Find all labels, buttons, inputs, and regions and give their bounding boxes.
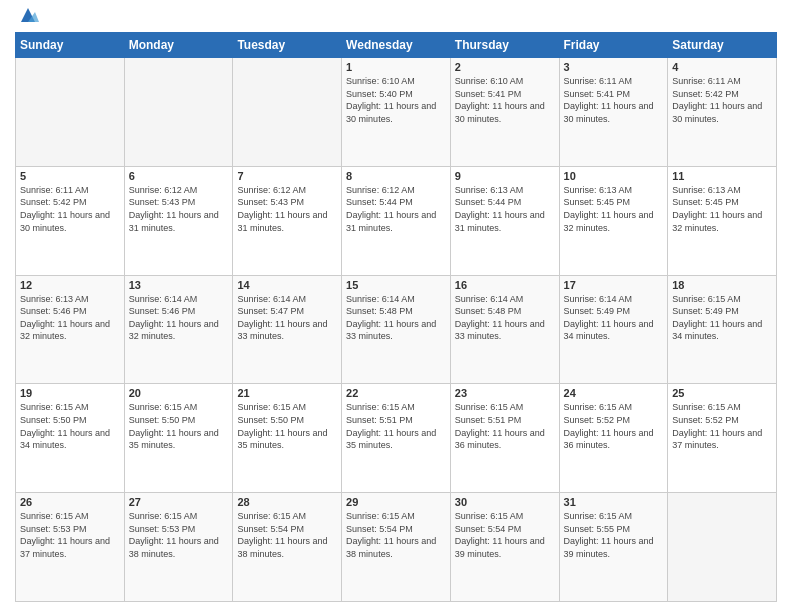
day-number: 13	[129, 279, 229, 291]
day-info: Sunrise: 6:14 AMSunset: 5:48 PMDaylight:…	[346, 293, 446, 343]
weekday-header-row: SundayMondayTuesdayWednesdayThursdayFrid…	[16, 33, 777, 58]
day-info: Sunrise: 6:15 AMSunset: 5:52 PMDaylight:…	[564, 401, 664, 451]
calendar-cell: 21Sunrise: 6:15 AMSunset: 5:50 PMDayligh…	[233, 384, 342, 493]
header	[15, 10, 777, 26]
calendar-cell: 11Sunrise: 6:13 AMSunset: 5:45 PMDayligh…	[668, 166, 777, 275]
calendar-cell: 22Sunrise: 6:15 AMSunset: 5:51 PMDayligh…	[342, 384, 451, 493]
calendar-table: SundayMondayTuesdayWednesdayThursdayFrid…	[15, 32, 777, 602]
day-number: 8	[346, 170, 446, 182]
calendar-cell: 3Sunrise: 6:11 AMSunset: 5:41 PMDaylight…	[559, 58, 668, 167]
calendar-cell: 17Sunrise: 6:14 AMSunset: 5:49 PMDayligh…	[559, 275, 668, 384]
day-info: Sunrise: 6:14 AMSunset: 5:48 PMDaylight:…	[455, 293, 555, 343]
day-info: Sunrise: 6:15 AMSunset: 5:54 PMDaylight:…	[346, 510, 446, 560]
day-number: 15	[346, 279, 446, 291]
day-info: Sunrise: 6:15 AMSunset: 5:53 PMDaylight:…	[20, 510, 120, 560]
calendar-cell: 10Sunrise: 6:13 AMSunset: 5:45 PMDayligh…	[559, 166, 668, 275]
calendar-cell: 25Sunrise: 6:15 AMSunset: 5:52 PMDayligh…	[668, 384, 777, 493]
day-number: 17	[564, 279, 664, 291]
day-number: 23	[455, 387, 555, 399]
day-info: Sunrise: 6:15 AMSunset: 5:51 PMDaylight:…	[455, 401, 555, 451]
calendar-cell	[16, 58, 125, 167]
calendar-cell: 16Sunrise: 6:14 AMSunset: 5:48 PMDayligh…	[450, 275, 559, 384]
calendar-cell: 9Sunrise: 6:13 AMSunset: 5:44 PMDaylight…	[450, 166, 559, 275]
day-number: 20	[129, 387, 229, 399]
calendar-cell	[668, 493, 777, 602]
calendar-cell: 6Sunrise: 6:12 AMSunset: 5:43 PMDaylight…	[124, 166, 233, 275]
day-info: Sunrise: 6:13 AMSunset: 5:46 PMDaylight:…	[20, 293, 120, 343]
day-info: Sunrise: 6:15 AMSunset: 5:53 PMDaylight:…	[129, 510, 229, 560]
day-number: 28	[237, 496, 337, 508]
day-info: Sunrise: 6:13 AMSunset: 5:44 PMDaylight:…	[455, 184, 555, 234]
day-number: 29	[346, 496, 446, 508]
day-info: Sunrise: 6:15 AMSunset: 5:52 PMDaylight:…	[672, 401, 772, 451]
week-row-2: 5Sunrise: 6:11 AMSunset: 5:42 PMDaylight…	[16, 166, 777, 275]
weekday-header-monday: Monday	[124, 33, 233, 58]
calendar-cell: 7Sunrise: 6:12 AMSunset: 5:43 PMDaylight…	[233, 166, 342, 275]
day-info: Sunrise: 6:12 AMSunset: 5:43 PMDaylight:…	[129, 184, 229, 234]
calendar-cell: 24Sunrise: 6:15 AMSunset: 5:52 PMDayligh…	[559, 384, 668, 493]
calendar-cell: 29Sunrise: 6:15 AMSunset: 5:54 PMDayligh…	[342, 493, 451, 602]
weekday-header-saturday: Saturday	[668, 33, 777, 58]
weekday-header-thursday: Thursday	[450, 33, 559, 58]
day-number: 11	[672, 170, 772, 182]
day-number: 9	[455, 170, 555, 182]
day-number: 27	[129, 496, 229, 508]
day-info: Sunrise: 6:14 AMSunset: 5:46 PMDaylight:…	[129, 293, 229, 343]
weekday-header-tuesday: Tuesday	[233, 33, 342, 58]
day-number: 4	[672, 61, 772, 73]
day-number: 26	[20, 496, 120, 508]
day-info: Sunrise: 6:15 AMSunset: 5:50 PMDaylight:…	[237, 401, 337, 451]
day-info: Sunrise: 6:14 AMSunset: 5:49 PMDaylight:…	[564, 293, 664, 343]
day-info: Sunrise: 6:15 AMSunset: 5:49 PMDaylight:…	[672, 293, 772, 343]
day-number: 10	[564, 170, 664, 182]
day-info: Sunrise: 6:11 AMSunset: 5:42 PMDaylight:…	[672, 75, 772, 125]
day-number: 30	[455, 496, 555, 508]
calendar-cell: 1Sunrise: 6:10 AMSunset: 5:40 PMDaylight…	[342, 58, 451, 167]
day-info: Sunrise: 6:10 AMSunset: 5:41 PMDaylight:…	[455, 75, 555, 125]
day-info: Sunrise: 6:11 AMSunset: 5:41 PMDaylight:…	[564, 75, 664, 125]
day-number: 2	[455, 61, 555, 73]
calendar-cell: 23Sunrise: 6:15 AMSunset: 5:51 PMDayligh…	[450, 384, 559, 493]
day-number: 12	[20, 279, 120, 291]
day-info: Sunrise: 6:15 AMSunset: 5:50 PMDaylight:…	[20, 401, 120, 451]
calendar-cell	[233, 58, 342, 167]
day-number: 25	[672, 387, 772, 399]
day-number: 21	[237, 387, 337, 399]
weekday-header-friday: Friday	[559, 33, 668, 58]
day-info: Sunrise: 6:14 AMSunset: 5:47 PMDaylight:…	[237, 293, 337, 343]
day-number: 3	[564, 61, 664, 73]
day-number: 24	[564, 387, 664, 399]
calendar-cell: 13Sunrise: 6:14 AMSunset: 5:46 PMDayligh…	[124, 275, 233, 384]
day-number: 19	[20, 387, 120, 399]
day-info: Sunrise: 6:13 AMSunset: 5:45 PMDaylight:…	[672, 184, 772, 234]
calendar-cell: 30Sunrise: 6:15 AMSunset: 5:54 PMDayligh…	[450, 493, 559, 602]
day-number: 7	[237, 170, 337, 182]
day-info: Sunrise: 6:12 AMSunset: 5:43 PMDaylight:…	[237, 184, 337, 234]
calendar-cell: 4Sunrise: 6:11 AMSunset: 5:42 PMDaylight…	[668, 58, 777, 167]
calendar-cell: 14Sunrise: 6:14 AMSunset: 5:47 PMDayligh…	[233, 275, 342, 384]
weekday-header-sunday: Sunday	[16, 33, 125, 58]
day-number: 1	[346, 61, 446, 73]
day-number: 16	[455, 279, 555, 291]
day-number: 18	[672, 279, 772, 291]
calendar-cell: 19Sunrise: 6:15 AMSunset: 5:50 PMDayligh…	[16, 384, 125, 493]
week-row-4: 19Sunrise: 6:15 AMSunset: 5:50 PMDayligh…	[16, 384, 777, 493]
day-number: 14	[237, 279, 337, 291]
day-info: Sunrise: 6:12 AMSunset: 5:44 PMDaylight:…	[346, 184, 446, 234]
calendar-cell: 12Sunrise: 6:13 AMSunset: 5:46 PMDayligh…	[16, 275, 125, 384]
day-info: Sunrise: 6:15 AMSunset: 5:54 PMDaylight:…	[455, 510, 555, 560]
calendar-cell: 8Sunrise: 6:12 AMSunset: 5:44 PMDaylight…	[342, 166, 451, 275]
day-info: Sunrise: 6:10 AMSunset: 5:40 PMDaylight:…	[346, 75, 446, 125]
day-number: 22	[346, 387, 446, 399]
calendar-cell: 28Sunrise: 6:15 AMSunset: 5:54 PMDayligh…	[233, 493, 342, 602]
week-row-1: 1Sunrise: 6:10 AMSunset: 5:40 PMDaylight…	[16, 58, 777, 167]
calendar-cell	[124, 58, 233, 167]
day-number: 5	[20, 170, 120, 182]
calendar-cell: 18Sunrise: 6:15 AMSunset: 5:49 PMDayligh…	[668, 275, 777, 384]
logo-icon	[17, 4, 39, 26]
calendar-cell: 20Sunrise: 6:15 AMSunset: 5:50 PMDayligh…	[124, 384, 233, 493]
week-row-3: 12Sunrise: 6:13 AMSunset: 5:46 PMDayligh…	[16, 275, 777, 384]
calendar-cell: 5Sunrise: 6:11 AMSunset: 5:42 PMDaylight…	[16, 166, 125, 275]
weekday-header-wednesday: Wednesday	[342, 33, 451, 58]
day-info: Sunrise: 6:15 AMSunset: 5:55 PMDaylight:…	[564, 510, 664, 560]
